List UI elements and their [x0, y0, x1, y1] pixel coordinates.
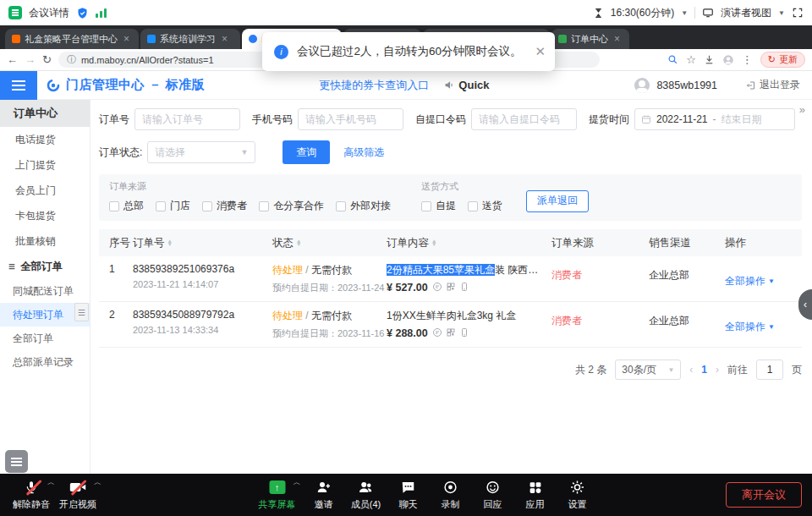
message-icon[interactable]: [432, 282, 442, 292]
sort-icon[interactable]: ▲▼: [431, 239, 436, 247]
prev-page-icon[interactable]: ‹: [689, 364, 693, 376]
search-lens-icon[interactable]: [667, 54, 678, 65]
sidebar-item-card-pickup[interactable]: 卡包提货: [0, 203, 90, 228]
profile-icon[interactable]: [722, 54, 734, 66]
order-no-input[interactable]: [134, 108, 240, 130]
browser-tab[interactable]: 系统培训学习 ×: [140, 29, 240, 49]
record-button[interactable]: 录制: [430, 479, 472, 511]
star-icon[interactable]: ☆: [686, 53, 696, 66]
page-size-select[interactable]: 30条/页▼: [615, 360, 681, 380]
tab-close-icon[interactable]: ×: [222, 33, 228, 45]
sidebar-affix-toggle[interactable]: ☰: [74, 303, 89, 321]
menu-hamburger-icon[interactable]: [0, 71, 37, 100]
view-chevron-down-icon[interactable]: ▼: [778, 9, 785, 17]
sort-icon[interactable]: ▲▼: [167, 239, 173, 247]
qr-icon[interactable]: [446, 282, 456, 292]
goto-page-input[interactable]: [756, 360, 783, 380]
meeting-toolbar: 解除静音 ︿ 开启视频 ︿ ↑ 共享屏幕 ︿ 邀请: [0, 474, 812, 516]
message-icon[interactable]: [432, 327, 442, 338]
sidebar-item-city-delivery[interactable]: 同城配送订单: [0, 279, 90, 303]
sidebar-item-batch-verify[interactable]: 批量核销: [0, 228, 90, 254]
checkbox-icon[interactable]: [336, 201, 346, 211]
fullscreen-icon[interactable]: [792, 7, 804, 19]
checkbox-store[interactable]: 门店: [156, 199, 190, 213]
sidebar-section-all-orders[interactable]: 全部订单: [0, 254, 90, 279]
page-info-icon[interactable]: ⓘ: [67, 53, 76, 66]
chat-button[interactable]: 聊天: [387, 479, 430, 511]
members-button[interactable]: 成员(4): [345, 479, 387, 511]
mic-options-chevron-icon[interactable]: ︿: [47, 477, 55, 488]
advanced-filter-link[interactable]: 高级筛选: [343, 145, 384, 160]
checkbox-icon[interactable]: [421, 201, 431, 211]
unmute-button[interactable]: 解除静音: [10, 479, 52, 511]
phone-icon[interactable]: [459, 282, 469, 292]
col-content[interactable]: 订单内容▲▼: [387, 236, 551, 250]
checkbox-warehouse-coop[interactable]: 仓分享合作: [259, 199, 324, 213]
invite-button[interactable]: 邀请: [303, 479, 345, 511]
date-start-value: 2022-11-21: [656, 113, 708, 125]
all-actions-dropdown[interactable]: 全部操作▼: [725, 309, 789, 340]
leave-meeting-button[interactable]: 离开会议: [726, 482, 802, 508]
sidebar-item-door-pickup[interactable]: 上门提货: [0, 152, 90, 178]
view-mode-label[interactable]: 演讲者视图: [721, 6, 771, 20]
logout-button[interactable]: 退出登录: [746, 78, 800, 92]
browser-tab[interactable]: 礼盒策略平台管理中心 ×: [5, 29, 139, 49]
start-video-button[interactable]: 开启视频: [57, 479, 99, 511]
col-status[interactable]: 状态▲▼: [272, 236, 387, 250]
apps-button[interactable]: 应用: [514, 479, 557, 511]
checkbox-icon[interactable]: [259, 201, 269, 211]
share-options-chevron-icon[interactable]: ︿: [294, 477, 301, 488]
next-page-icon[interactable]: ›: [716, 364, 719, 376]
checkbox-delivery[interactable]: 送货: [468, 199, 502, 213]
checkbox-icon[interactable]: [468, 201, 478, 211]
download-icon[interactable]: [704, 54, 715, 65]
toast-close-icon[interactable]: ✕: [535, 44, 546, 59]
update-button[interactable]: ↻ 更新: [760, 52, 805, 68]
checkbox-self-pickup[interactable]: 自提: [421, 199, 456, 213]
tab-close-icon[interactable]: ×: [614, 33, 620, 45]
pickup-time-label: 提货时间: [589, 113, 629, 127]
phone-input[interactable]: [298, 108, 403, 130]
col-order-no[interactable]: 订单号▲▼: [133, 236, 272, 250]
avatar[interactable]: [634, 78, 650, 93]
current-page[interactable]: 1: [701, 364, 707, 376]
pickup-code-input[interactable]: [471, 108, 577, 130]
reaction-button[interactable]: 回应: [472, 479, 514, 511]
search-button[interactable]: 查询: [283, 140, 330, 164]
share-screen-button[interactable]: ↑ 共享屏幕: [256, 479, 299, 511]
refresh-icon[interactable]: ↻: [42, 53, 52, 66]
back-icon[interactable]: ←: [7, 53, 18, 66]
phone-icon[interactable]: [459, 327, 469, 338]
timer-chevron-down-icon[interactable]: ▼: [681, 9, 688, 17]
quick-entry[interactable]: Quick: [444, 79, 489, 91]
sidebar-item-member-visit[interactable]: 会员上门: [0, 178, 90, 203]
checkbox-consumer[interactable]: 消费者: [202, 199, 247, 213]
order-status-select[interactable]: 请选择 ▼: [147, 141, 255, 163]
annotation-tool[interactable]: [5, 450, 28, 473]
sidebar-item-hq-dispatch-log[interactable]: 总部派单记录: [0, 350, 90, 374]
video-options-chevron-icon[interactable]: ︿: [94, 477, 102, 488]
checkbox-icon[interactable]: [202, 201, 212, 211]
checkbox-hq[interactable]: 总部: [109, 199, 144, 213]
date-range-input[interactable]: 2022-11-21 - 结束日期: [634, 108, 795, 130]
sort-icon[interactable]: ▲▼: [296, 239, 301, 247]
collapse-chevrons-icon[interactable]: »: [799, 103, 805, 116]
coupon-query-link[interactable]: 更快捷的券卡查询入口: [319, 78, 429, 93]
more-dots-icon[interactable]: ⋮: [742, 53, 753, 66]
table-header: 序号 订单号▲▼ 状态▲▼ 订单内容▲▼ 订单来源 销售渠道 操作: [99, 229, 802, 256]
sidebar-item-all-orders[interactable]: 全部订单: [0, 327, 90, 350]
checkbox-icon[interactable]: [156, 201, 166, 211]
dispatch-return-button[interactable]: 派单退回: [526, 190, 589, 212]
sidebar-section-order-center[interactable]: 订单中心: [0, 100, 90, 127]
all-actions-dropdown[interactable]: 全部操作▼: [725, 263, 789, 294]
qr-icon[interactable]: [446, 327, 456, 338]
settings-button[interactable]: 设置: [557, 479, 599, 511]
forward-icon[interactable]: →: [25, 53, 36, 66]
browser-tab[interactable]: 订单中心 ×: [551, 29, 629, 49]
tab-close-icon[interactable]: ×: [123, 33, 129, 45]
checkbox-icon[interactable]: [109, 201, 119, 211]
sidebar-item-phone-pickup[interactable]: 电话提货: [0, 127, 90, 152]
checkbox-external[interactable]: 外部对接: [336, 199, 391, 213]
horn-icon: [444, 80, 455, 91]
meeting-details-label[interactable]: 会议详情: [29, 6, 69, 20]
